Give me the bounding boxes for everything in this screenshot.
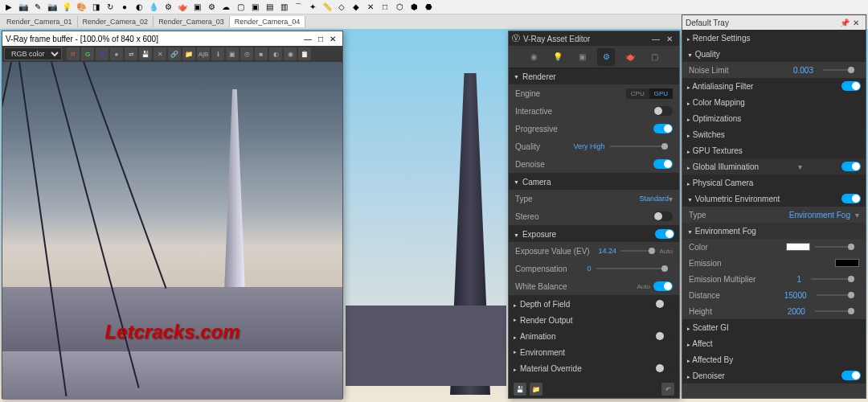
ae-undo-icon[interactable]: ↶ [661, 383, 674, 396]
vfb-channel-select[interactable]: RGB color [4, 47, 62, 60]
emission-mult-value[interactable]: 1 [797, 275, 802, 284]
env-fog-header[interactable]: ▼ Environment Fog [682, 223, 866, 239]
tool-cube-icon[interactable]: ◨ [89, 1, 102, 14]
tool-camera2-icon[interactable]: 📷 [46, 1, 59, 14]
tab-camera-01[interactable]: Render_Camera_01 [2, 16, 78, 27]
tool-3d3-icon[interactable]: ⬣ [422, 1, 435, 14]
quality-header[interactable]: ▼ Quality [682, 46, 866, 62]
exposure-toggle[interactable] [655, 229, 674, 239]
progressive-toggle[interactable] [653, 124, 673, 133]
tool-paint-icon[interactable]: 🎨 [75, 1, 88, 14]
wb-toggle[interactable] [653, 281, 673, 291]
vol-env-header[interactable]: ▼ Volumetric Environment [682, 191, 866, 207]
tool-misc1-icon[interactable]: ◇ [335, 1, 348, 14]
vfb-minimize-icon[interactable]: — [301, 35, 315, 43]
comp-slider[interactable] [596, 268, 669, 269]
tool-ruler-icon[interactable]: 📏 [321, 1, 334, 14]
fog-emission-swatch[interactable] [835, 259, 859, 267]
tool-gear-icon[interactable]: ⚙ [205, 1, 218, 14]
tab-camera-02[interactable]: Render_Camera_02 [78, 16, 154, 27]
tool-box1-icon[interactable]: ▢ [234, 1, 247, 14]
ae-titlebar[interactable]: ⓋV-Ray Asset Editor — ✕ [509, 31, 679, 46]
denoiser-header[interactable]: ▸ Denoiser [682, 367, 866, 384]
vfb-clear-icon[interactable]: ✕ [154, 47, 166, 60]
camera-header[interactable]: ▼Camera [509, 174, 679, 190]
vfb-blue-icon[interactable]: B [96, 47, 108, 60]
fog-color-swatch[interactable] [786, 243, 810, 251]
vfb-folder-icon[interactable]: 📁 [182, 47, 195, 60]
tool-arc-icon[interactable]: ⌒ [292, 1, 305, 14]
tool-wand-icon[interactable]: ✦ [306, 1, 319, 14]
ae-render-icon[interactable]: 🫖 [621, 48, 639, 66]
color-mapping-header[interactable]: ▸ Color Mapping [682, 94, 866, 110]
tool-3d1-icon[interactable]: ⬡ [393, 1, 406, 14]
tool-misc2-icon[interactable]: ◆ [350, 1, 362, 14]
engine-pill[interactable]: CPUGPU [626, 88, 673, 99]
quality-slider[interactable] [610, 146, 668, 147]
scatter-gi-header[interactable]: ▸ Scatter GI [682, 319, 866, 335]
ae-close-icon[interactable]: ✕ [663, 35, 676, 43]
mat-override-header[interactable]: ▸Material Override [509, 360, 679, 376]
vol-type-value[interactable]: Environment Fog [789, 211, 850, 219]
vfb-swap-icon[interactable]: ⇄ [125, 47, 137, 60]
tool-misc3-icon[interactable]: ✕ [364, 1, 377, 14]
vfb-close-icon[interactable]: ✕ [326, 35, 339, 43]
tool-mat-icon[interactable]: ◐ [133, 1, 145, 14]
ae-frame-icon[interactable]: ▢ [645, 48, 663, 66]
tool-drop-icon[interactable]: 💧 [147, 1, 160, 14]
tool-sphere-icon[interactable]: ● [118, 1, 131, 14]
tool-box3-icon[interactable]: ▤ [263, 1, 276, 14]
tool-pencil-icon[interactable]: ✎ [31, 1, 44, 14]
noise-slider[interactable] [823, 69, 854, 71]
tool-3d2-icon[interactable]: ⬢ [407, 1, 420, 14]
vfb-link-icon[interactable]: 🔗 [168, 47, 181, 60]
tab-camera-03[interactable]: Render_Camera_03 [154, 16, 230, 27]
dof-header[interactable]: ▸Depth of Field [509, 296, 679, 312]
tool-box2-icon[interactable]: ▣ [248, 1, 261, 14]
vfb-mono-icon[interactable]: ● [110, 47, 123, 60]
denoiser-toggle[interactable] [841, 371, 861, 380]
exposure-header[interactable]: ▼Exposure [509, 226, 679, 242]
ae-folder-icon[interactable]: 📁 [530, 383, 542, 396]
dof-toggle[interactable] [655, 299, 674, 309]
vfb-region-icon[interactable]: ▣ [226, 47, 239, 60]
vfb-green-icon[interactable]: G [81, 47, 94, 60]
tool-cloud-icon[interactable]: ☁ [219, 1, 232, 14]
interactive-toggle[interactable] [653, 106, 673, 116]
affected-by-header[interactable]: ▸ Affected By [682, 351, 866, 367]
tool-camera-icon[interactable]: 📷 [17, 1, 30, 14]
fog-color-slider[interactable] [815, 246, 854, 248]
vfb-track-icon[interactable]: ◎ [240, 47, 253, 60]
ae-save-icon[interactable]: 💾 [514, 383, 526, 396]
tool-misc4-icon[interactable]: □ [379, 1, 391, 14]
ev-value[interactable]: 14.24 [599, 247, 617, 255]
tool-select-icon[interactable]: ▶ [2, 1, 15, 14]
tray-pin-icon[interactable]: 📌 [840, 18, 850, 27]
renderer-header[interactable]: ▼Renderer [509, 68, 679, 84]
switches-header[interactable]: ▸ Switches [682, 126, 866, 142]
vfb-titlebar[interactable]: V-Ray frame buffer - [100.0% of 840 x 60… [2, 31, 342, 46]
aa-toggle[interactable] [841, 81, 861, 91]
gpu-textures-header[interactable]: ▸ GPU Textures [682, 142, 866, 158]
noise-limit-value[interactable]: 0.003 [793, 66, 813, 75]
vfb-stop-icon[interactable]: ■ [255, 47, 268, 60]
distance-value[interactable]: 15000 [784, 291, 807, 300]
denoise-toggle[interactable] [653, 159, 673, 169]
render-settings-header[interactable]: ▸ Render Settings [682, 30, 866, 46]
tool-render-icon[interactable]: ▣ [190, 1, 203, 14]
affect-header[interactable]: ▸ Affect [682, 335, 866, 351]
animation-header[interactable]: ▸Animation [509, 328, 679, 344]
ae-geometry-icon[interactable]: ▣ [573, 48, 591, 66]
vfb-cc-icon[interactable]: ◐ [269, 47, 282, 60]
tool-refresh-icon[interactable]: ↻ [104, 1, 117, 14]
environment-header[interactable]: ▸Environment [509, 344, 679, 360]
optimizations-header[interactable]: ▸ Optimizations [682, 110, 866, 126]
vfb-lens-icon[interactable]: ◉ [284, 47, 297, 60]
ae-materials-icon[interactable]: ◉ [525, 48, 542, 66]
ae-minimize-icon[interactable]: — [649, 35, 663, 43]
ae-settings-icon[interactable]: ⚙ [597, 48, 615, 66]
height-value[interactable]: 2000 [788, 307, 805, 316]
gi-header[interactable]: ▸ Global Illumination▾ [682, 158, 866, 174]
tray-close-icon[interactable]: ✕ [850, 18, 862, 27]
type-value[interactable]: Standard [639, 195, 669, 203]
